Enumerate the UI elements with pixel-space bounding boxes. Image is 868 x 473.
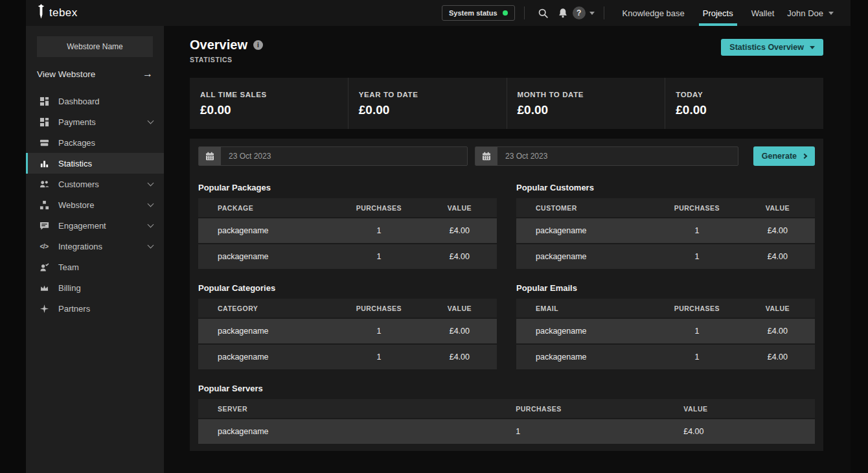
table-header-cell: VALUE [683, 405, 815, 413]
table-cell: packagename [198, 252, 336, 261]
table-cell: 1 [336, 252, 422, 261]
sidebar-item-label: Payments [58, 117, 96, 127]
table-cell: packagename [198, 226, 336, 235]
table-header-cell: PURCHASES [336, 305, 422, 312]
table-header-cell: EMAIL [516, 305, 654, 312]
calendar-icon [199, 147, 221, 165]
calendar-icon [475, 147, 497, 165]
statistics-panel: 23 Oct 2023 23 Oct 2023 Generate [190, 139, 823, 451]
sidebar-item-integrations[interactable]: </> Integrations [26, 236, 164, 257]
view-webstore-link[interactable]: View Webstore → [37, 66, 153, 82]
popular-servers-table: SERVER PURCHASES VALUE packagename 1 £4.… [198, 399, 815, 444]
sidebar-item-label: Team [58, 262, 79, 272]
page-subtitle: STATISTICS [190, 56, 263, 63]
sidebar-item-billing[interactable]: Billing [26, 277, 164, 298]
sidebar-item-customers[interactable]: Customers [26, 174, 164, 194]
user-menu[interactable]: John Doe [783, 0, 844, 26]
status-green-dot [503, 10, 508, 16]
nav-projects[interactable]: Projects [694, 0, 742, 26]
sidebar-nav: Dashboard Payments Packages [26, 91, 164, 319]
info-icon[interactable]: i [253, 40, 263, 50]
table-header-row: SERVER PURCHASES VALUE [198, 399, 815, 418]
chevron-down-icon [810, 46, 815, 49]
chevron-right-icon [802, 154, 807, 159]
sidebar-item-dashboard[interactable]: Dashboard [26, 91, 164, 111]
card-month-to-date: MONTH TO DATE £0.00 [507, 78, 665, 129]
table-header-cell: CATEGORY [198, 305, 336, 312]
sidebar-item-engagement[interactable]: Engagement [26, 215, 164, 236]
sidebar-item-team[interactable]: Team [26, 257, 164, 277]
sidebar-item-label: Billing [58, 283, 81, 293]
table-row: packagename 1 £4.00 [198, 345, 497, 369]
statistics-icon [39, 158, 49, 168]
table-cell: packagename [198, 327, 336, 336]
topbar-divider [524, 6, 525, 19]
sidebar-item-payments[interactable]: Payments [26, 111, 164, 132]
table-cell: 1 [654, 352, 740, 362]
team-icon [39, 262, 49, 272]
page-title: Overview [190, 38, 247, 52]
nav-wallet[interactable]: Wallet [742, 0, 784, 26]
table-cell: packagename [198, 352, 336, 362]
nav-knowledge-base[interactable]: Knowledge base [613, 0, 694, 26]
sidebar-item-label: Webstore [58, 200, 94, 210]
statistics-overview-dropdown[interactable]: Statistics Overview [721, 39, 823, 56]
table-cell: £4.00 [422, 327, 497, 336]
table-title: Popular Customers [516, 183, 815, 193]
app-window: tebex System status ? [26, 0, 851, 473]
search-icon[interactable] [534, 3, 553, 23]
sidebar-item-label: Packages [58, 138, 95, 148]
table-cell: £4.00 [422, 252, 497, 261]
table-cell: £4.00 [740, 352, 815, 362]
card-value: £0.00 [518, 103, 665, 117]
billing-crown-icon [39, 283, 49, 293]
notifications-bell-icon[interactable] [553, 3, 573, 23]
statistics-overview-label: Statistics Overview [729, 43, 804, 52]
table-cell: packagename [516, 252, 654, 261]
table-header-cell: PACKAGE [198, 204, 336, 212]
table-cell: 1 [654, 252, 740, 261]
chevron-down-icon [148, 242, 154, 248]
table-cell: packagename [198, 427, 516, 436]
popular-customers-table: CUSTOMER PURCHASES VALUE packagename 1 £… [516, 198, 815, 269]
table-header-cell: VALUE [740, 204, 815, 212]
table-header-cell: CUSTOMER [516, 204, 654, 212]
sidebar-item-label: Customers [58, 179, 99, 189]
date-to-value: 23 Oct 2023 [497, 152, 547, 161]
sidebar-item-packages[interactable]: Packages [26, 132, 164, 153]
chevron-down-icon [148, 117, 154, 124]
sidebar-item-partners[interactable]: Partners [26, 298, 164, 319]
table-row: packagename 1 £4.00 [198, 419, 815, 444]
card-label: YEAR TO DATE [359, 91, 507, 98]
logo-text: tebex [49, 6, 78, 19]
popular-customers-block: Popular Customers CUSTOMER PURCHASES VAL… [516, 183, 815, 269]
integrations-icon: </> [39, 241, 49, 251]
date-from-input[interactable]: 23 Oct 2023 [198, 146, 468, 166]
sidebar-item-statistics[interactable]: Statistics [26, 153, 164, 174]
card-label: MONTH TO DATE [518, 91, 665, 98]
packages-icon [39, 137, 49, 148]
table-row: packagename 1 £4.00 [198, 244, 497, 269]
table-header-row: CATEGORY PURCHASES VALUE [198, 299, 497, 317]
system-status-badge[interactable]: System status [442, 5, 515, 21]
help-icon: ? [573, 6, 586, 19]
sidebar: Webstore Name View Webstore → Dashboard … [26, 26, 164, 473]
tebex-logo[interactable]: tebex [36, 4, 78, 22]
view-webstore-label: View Webstore [37, 69, 95, 79]
table-row: packagename 1 £4.00 [516, 319, 815, 343]
tables-grid: Popular Packages PACKAGE PURCHASES VALUE… [198, 183, 815, 369]
webstore-name-selector[interactable]: Webstore Name [37, 36, 153, 57]
table-cell: £4.00 [740, 252, 815, 261]
table-title: Popular Emails [516, 283, 815, 294]
help-menu[interactable]: ? [573, 6, 595, 19]
table-cell: packagename [516, 352, 654, 362]
sidebar-item-label: Dashboard [58, 97, 100, 106]
chevron-down-icon [148, 221, 154, 227]
table-header-cell: PURCHASES [336, 204, 422, 212]
customers-icon [39, 179, 49, 189]
date-to-input[interactable]: 23 Oct 2023 [475, 146, 738, 166]
page-header: Overview i STATISTICS Statistics Overvie… [190, 38, 823, 63]
sidebar-item-webstore[interactable]: Webstore [26, 194, 164, 215]
generate-button[interactable]: Generate [753, 146, 815, 166]
dashboard-icon [39, 96, 49, 106]
